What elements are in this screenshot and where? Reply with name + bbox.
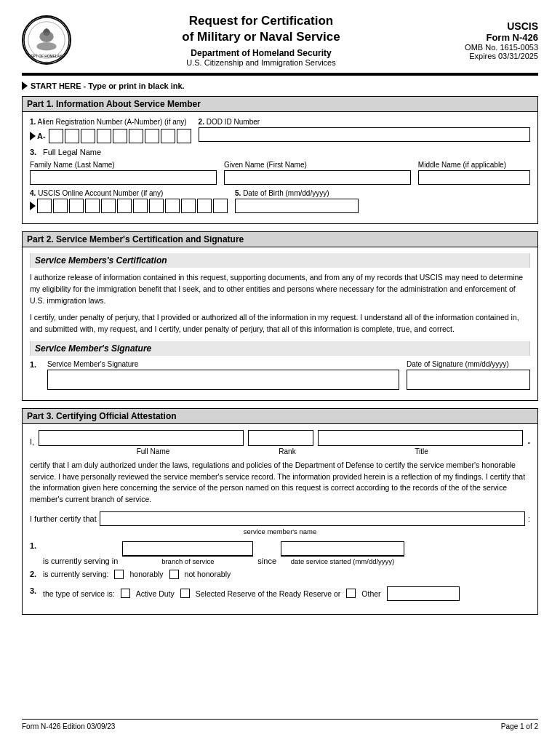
acct-seg-1[interactable] (37, 199, 52, 213)
not-honorably-checkbox[interactable] (169, 570, 179, 579)
field3-num: 3. (30, 148, 40, 156)
item3-content: the type of service is: Active Duty Sele… (43, 586, 460, 601)
selected-reserve-checkbox[interactable] (180, 589, 190, 598)
acct-seg-2[interactable] (53, 199, 68, 213)
a-seg-6[interactable] (129, 129, 143, 143)
family-name-label: Family Name (Last Name) (30, 161, 217, 169)
item3-text: the type of service is: (43, 589, 115, 598)
active-duty-checkbox[interactable] (121, 589, 130, 598)
a-seg-3[interactable] (81, 129, 95, 143)
item2-num: 2. (30, 570, 40, 582)
item1-text: is currently serving in (43, 557, 118, 565)
svg-text:DEPT OF HOMELAND: DEPT OF HOMELAND (28, 55, 65, 58)
dept-name: Department of Homeland Security (71, 48, 451, 58)
part2-content: Service Members's Certification I author… (22, 247, 538, 401)
start-here-banner: START HERE - Type or print in black ink. (22, 81, 538, 90)
item1-content: is currently serving in branch of servic… (43, 541, 404, 565)
further-certify-row: I further certify that : (30, 511, 530, 526)
footer: Form N-426 Edition 03/09/23 Page 1 of 2 (22, 719, 538, 730)
branch-group: branch of service (122, 541, 253, 565)
given-name-group: Given Name (First Name) (224, 161, 411, 185)
date-started-input[interactable] (281, 541, 404, 556)
full-legal-name-label: Full Legal Name (43, 148, 101, 156)
active-duty-label: Active Duty (136, 589, 175, 598)
online-account-text: USCIS Online Account Number (if any) (38, 189, 163, 197)
alien-reg-text: Alien Registration Number (A-Number) (if… (38, 118, 187, 126)
acct-seg-3[interactable] (69, 199, 84, 213)
header-right: USCIS Form N-426 OMB No. 1615-0053 Expir… (451, 20, 538, 60)
name-fields-row: Family Name (Last Name) Given Name (Firs… (30, 161, 530, 185)
acct-seg-8[interactable] (149, 199, 164, 213)
part1-row3: 4. USCIS Online Account Number (if any) (30, 189, 530, 213)
family-name-input[interactable] (30, 170, 217, 185)
service-member-name-input[interactable] (100, 511, 525, 526)
header-title: Request for Certification of Military or… (71, 13, 451, 67)
period-mark: . (527, 435, 530, 446)
footer-left: Form N-426 Edition 03/09/23 (22, 722, 115, 730)
given-name-input[interactable] (224, 170, 411, 185)
acct-seg-4[interactable] (85, 199, 100, 213)
part3-title: Part 3. Certifying Official Attestation (27, 411, 177, 421)
acct-seg-9[interactable] (165, 199, 180, 213)
field5-num: 5. (235, 189, 241, 197)
part1-row2: 3. Full Legal Name (30, 148, 530, 156)
honorably-checkbox[interactable] (114, 570, 124, 579)
branch-input[interactable] (122, 541, 253, 556)
omb-number: OMB No. 1615-0053 (451, 43, 538, 52)
part3-content: I, . Full Name Rank Title certify that I… (22, 424, 538, 615)
item3-row: 3. the type of service is: Active Duty S… (30, 586, 530, 604)
a-seg-5[interactable] (113, 129, 127, 143)
online-account-row (30, 199, 228, 213)
alien-reg-group: 1. Alien Registration Number (A-Number) … (30, 118, 191, 143)
title-input[interactable] (318, 430, 523, 446)
selected-reserve-label: Selected Reserve of the Ready Reserve or (196, 589, 341, 598)
sig-labels-row: 1. Service Member's Signature Date of Si… (30, 360, 530, 390)
other-input[interactable] (387, 586, 460, 601)
item1-num: 1. (30, 541, 40, 565)
middle-name-input[interactable] (418, 170, 530, 185)
acct-seg-10[interactable] (181, 199, 196, 213)
rank-input[interactable] (248, 430, 313, 446)
cert-para2: I certify, under penalty of perjury, tha… (30, 312, 530, 335)
dod-id-group: 2. DOD ID Number (199, 118, 530, 142)
a-seg-4[interactable] (97, 129, 111, 143)
sig-section: 1. Service Member's Signature Date of Si… (30, 360, 530, 390)
title-line2: of Military or Naval Service (182, 30, 340, 44)
honorably-label: honorably (129, 570, 163, 578)
part1-content: 1. Alien Registration Number (A-Number) … (22, 112, 538, 224)
cert-para1: I authorize release of information conta… (30, 272, 530, 306)
acct-seg-12[interactable] (213, 199, 228, 213)
middle-name-label: Middle Name (if applicable) (418, 161, 530, 169)
rank-underline-label: Rank (255, 447, 320, 455)
a-number-arrow (30, 132, 36, 140)
acct-seg-11[interactable] (197, 199, 212, 213)
family-name-group: Family Name (Last Name) (30, 161, 217, 185)
full-name-underline-label: Full Name (30, 447, 255, 455)
dob-input[interactable] (235, 199, 359, 213)
acct-seg-5[interactable] (101, 199, 116, 213)
sig-input[interactable] (47, 370, 399, 390)
other-checkbox[interactable] (346, 589, 356, 598)
certify-field-labels: Full Name Rank Title (30, 447, 530, 455)
agency-name: U.S. Citizenship and Immigration Service… (71, 58, 451, 67)
start-arrow-icon (22, 81, 28, 90)
page: DEPT OF HOMELAND Request for Certificati… (0, 0, 560, 745)
part1-title: Part 1. Information About Service Member (27, 99, 201, 109)
not-honorably-label: not honorably (185, 570, 231, 578)
dod-id-input[interactable] (199, 127, 530, 142)
acct-seg-6[interactable] (117, 199, 132, 213)
acct-seg-7[interactable] (133, 199, 148, 213)
full-name-input[interactable] (39, 430, 244, 446)
a-seg-7[interactable] (145, 129, 159, 143)
item2-content: is currently serving: honorably not hono… (43, 570, 231, 579)
a-seg-8[interactable] (161, 129, 175, 143)
a-seg-9[interactable] (177, 129, 191, 143)
other-label: Other (361, 589, 380, 598)
item2-row: 2. is currently serving: honorably not h… (30, 570, 530, 582)
online-account-group: 4. USCIS Online Account Number (if any) (30, 189, 228, 213)
date-sig-input[interactable] (407, 370, 530, 390)
a-seg-1[interactable] (49, 129, 63, 143)
a-seg-2[interactable] (65, 129, 79, 143)
service-member-name-label: service member's name (244, 527, 317, 535)
uscis-logo: DEPT OF HOMELAND (22, 15, 71, 65)
